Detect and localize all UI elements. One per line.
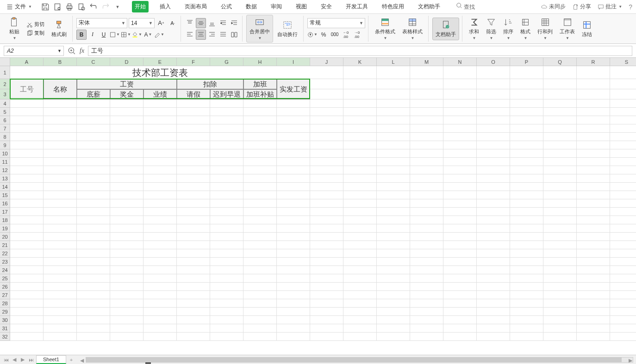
column-header-Q[interactable]: Q (543, 58, 577, 66)
column-header-R[interactable]: R (577, 58, 610, 66)
rowcol-button[interactable]: 行和列▼ (535, 15, 555, 42)
fill-color-icon[interactable]: ▼ (132, 30, 142, 40)
print-preview-icon[interactable] (53, 3, 62, 11)
redo-icon[interactable] (101, 3, 110, 11)
row-header-8[interactable]: 8 (0, 133, 10, 141)
sum-button[interactable]: 求和▼ (466, 15, 482, 42)
print-icon[interactable] (65, 3, 74, 11)
tab-nav-prev-icon[interactable]: ◀ (11, 357, 18, 363)
tab-start[interactable]: 开始 (132, 1, 149, 12)
number-format-combo[interactable]: 常规▼ (307, 18, 365, 28)
tab-formula[interactable]: 公式 (218, 1, 235, 12)
format-painter-button[interactable]: 格式刷 (49, 18, 69, 40)
row-header-22[interactable]: 22 (0, 249, 10, 258)
column-header-B[interactable]: B (44, 58, 77, 66)
select-all-corner[interactable] (0, 58, 10, 66)
row-header-21[interactable]: 21 (0, 241, 10, 249)
formula-input[interactable]: 工号 (88, 46, 632, 56)
row-header-24[interactable]: 24 (0, 266, 10, 274)
row-header-29[interactable]: 29 (0, 308, 10, 316)
tab-special[interactable]: 特色应用 (379, 1, 407, 12)
row-header-14[interactable]: 14 (0, 183, 10, 191)
font-color-icon[interactable]: A▼ (143, 30, 153, 40)
column-header-H[interactable]: H (243, 58, 277, 66)
name-box[interactable]: A2▼ (4, 46, 64, 56)
scroll-thumb[interactable] (86, 358, 622, 362)
help-button[interactable]: ? (629, 3, 632, 11)
tab-view[interactable]: 视图 (293, 1, 310, 12)
row-header-28[interactable]: 28 (0, 299, 10, 308)
tab-nav-last-icon[interactable]: ⏭ (28, 357, 34, 363)
tab-dev-tools[interactable]: 开发工具 (343, 1, 371, 12)
table-style-button[interactable]: 表格样式▼ (399, 15, 425, 42)
row-header-18[interactable]: 18 (0, 216, 10, 224)
row-header-27[interactable]: 27 (0, 291, 10, 299)
bold-icon[interactable]: B (76, 30, 87, 40)
align-left-icon[interactable] (185, 30, 195, 40)
cells-grid[interactable] (10, 66, 636, 341)
row-header-9[interactable]: 9 (0, 141, 10, 149)
font-name-combo[interactable]: 宋体▼ (76, 18, 127, 28)
row-header-32[interactable]: 32 (0, 333, 10, 341)
search-button[interactable]: 查找 (456, 2, 475, 11)
file-menu[interactable]: 文件 ▼ (4, 2, 35, 12)
percent-icon[interactable]: % (318, 30, 329, 40)
italic-icon[interactable]: I (87, 30, 98, 40)
row-header-4[interactable]: 4 (0, 99, 10, 108)
column-header-E[interactable]: E (143, 58, 177, 66)
tab-review[interactable]: 审阅 (268, 1, 285, 12)
row-header-17[interactable]: 17 (0, 208, 10, 216)
row-header-15[interactable]: 15 (0, 191, 10, 199)
tab-data[interactable]: 数据 (243, 1, 260, 12)
decrease-indent-icon[interactable] (218, 18, 228, 28)
font-size-combo[interactable]: 14▼ (129, 18, 155, 28)
scroll-right-icon[interactable]: ▶ (627, 358, 634, 364)
column-header-C[interactable]: C (77, 58, 110, 66)
freeze-button[interactable]: 冻结 (579, 18, 595, 40)
row-header-10[interactable]: 10 (0, 149, 10, 158)
decrease-font-icon[interactable]: A- (168, 18, 178, 28)
row-header-16[interactable]: 16 (0, 199, 10, 208)
tab-nav-next-icon[interactable]: ▶ (19, 357, 26, 363)
sheet-tab-active[interactable]: Sheet1 (36, 355, 66, 364)
row-header-2[interactable]: 2 (0, 79, 10, 89)
undo-icon[interactable] (89, 3, 98, 11)
preview-icon[interactable] (77, 3, 86, 11)
merge-split-icon[interactable] (229, 30, 239, 40)
row-header-23[interactable]: 23 (0, 258, 10, 266)
share-button[interactable]: 分享 (572, 3, 591, 11)
tab-page-layout[interactable]: 页面布局 (182, 1, 210, 12)
tab-insert[interactable]: 插入 (157, 1, 174, 12)
row-header-6[interactable]: 6 (0, 116, 10, 124)
filter-button[interactable]: 筛选▼ (483, 15, 499, 42)
add-sheet-icon[interactable]: + (68, 357, 75, 363)
row-header-13[interactable]: 13 (0, 174, 10, 183)
row-header-11[interactable]: 11 (0, 158, 10, 166)
comma-icon[interactable]: 000 (330, 30, 340, 40)
column-header-S[interactable]: S (610, 58, 636, 66)
horizontal-scrollbar[interactable]: ◀ ▶ (86, 357, 633, 363)
copy-button[interactable]: 复制 (25, 29, 46, 37)
align-top-icon[interactable] (185, 18, 195, 28)
zoom-fx-icon[interactable] (68, 47, 76, 55)
column-header-D[interactable]: D (110, 58, 143, 66)
comment-button[interactable]: 批注▼ (598, 3, 622, 11)
sync-status[interactable]: 未同步 (541, 3, 566, 11)
increase-font-icon[interactable]: A+ (156, 18, 166, 28)
conditional-format-button[interactable]: 条件格式▼ (372, 15, 398, 42)
column-header-J[interactable]: J (310, 58, 343, 66)
row-header-5[interactable]: 5 (0, 108, 10, 116)
increase-indent-icon[interactable] (229, 18, 239, 28)
column-header-N[interactable]: N (443, 58, 477, 66)
row-header-25[interactable]: 25 (0, 274, 10, 283)
tab-security[interactable]: 安全 (318, 1, 335, 12)
align-bottom-icon[interactable] (207, 18, 217, 28)
column-header-I[interactable]: I (277, 58, 310, 66)
column-header-L[interactable]: L (377, 58, 410, 66)
row-header-3[interactable]: 3 (0, 89, 10, 99)
format-button[interactable]: 格式▼ (518, 15, 533, 42)
row-header-30[interactable]: 30 (0, 316, 10, 324)
row-header-19[interactable]: 19 (0, 224, 10, 233)
align-right-icon[interactable] (207, 30, 217, 40)
row-header-1[interactable]: 1 (0, 66, 10, 79)
